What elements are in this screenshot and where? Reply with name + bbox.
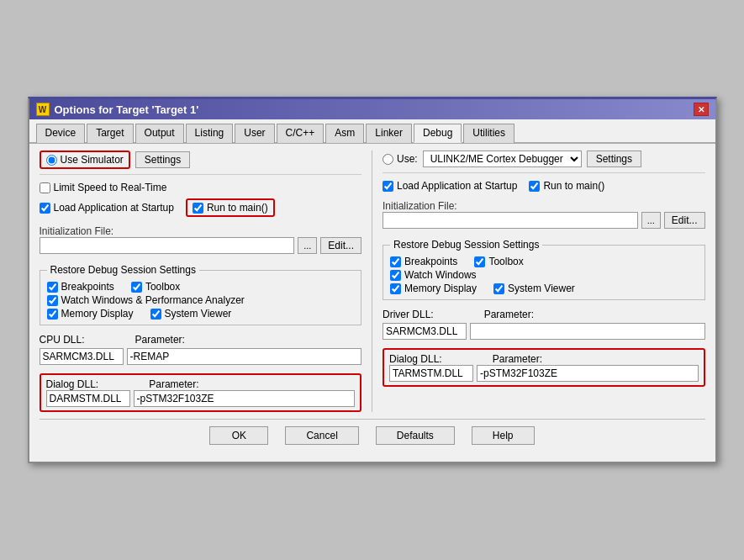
right-dialog-param-label: Parameter: — [493, 353, 542, 365]
use-simulator-label[interactable]: Use Simulator — [61, 154, 124, 166]
left-breakpoints-label[interactable]: Breakpoints — [47, 281, 114, 293]
right-init-file-label: Initialization File: — [383, 200, 705, 212]
left-restore-fieldset: Restore Debug Session Settings Breakpoin… — [40, 264, 362, 325]
left-watch-windows-label[interactable]: Watch Windows & Performance Analyzer — [47, 294, 245, 306]
tab-device[interactable]: Device — [36, 124, 86, 143]
tab-user[interactable]: User — [235, 124, 274, 143]
left-browse-button[interactable]: ... — [298, 237, 317, 254]
run-to-main-checkbox[interactable] — [193, 203, 203, 214]
load-app-checkbox[interactable] — [40, 203, 50, 214]
tab-linker[interactable]: Linker — [366, 124, 412, 143]
right-parameter-input[interactable] — [470, 323, 705, 340]
left-parameter-input[interactable] — [127, 348, 362, 365]
left-cpu-dll-input[interactable] — [40, 348, 124, 365]
right-memory-display-label[interactable]: Memory Display — [390, 283, 477, 294]
right-load-app-checkbox[interactable] — [383, 181, 393, 192]
left-restore-legend: Restore Debug Session Settings — [47, 264, 199, 276]
left-system-viewer-label[interactable]: System Viewer — [150, 308, 232, 320]
right-toolbox-label[interactable]: Toolbox — [474, 256, 523, 267]
left-toolbox-label[interactable]: Toolbox — [131, 281, 180, 293]
title-bar-left: W Options for Target 'Target 1' — [36, 103, 199, 116]
right-watch-windows-checkbox[interactable] — [390, 270, 401, 281]
right-system-viewer-checkbox[interactable] — [493, 283, 504, 294]
left-dialog-dll-section: Dialog DLL: Parameter: — [40, 373, 362, 412]
ok-button[interactable]: OK — [209, 426, 268, 445]
right-parameter-label: Parameter: — [484, 309, 534, 320]
left-edit-button[interactable]: Edit... — [320, 237, 361, 254]
right-breakpoints-label[interactable]: Breakpoints — [390, 256, 457, 267]
load-app-label[interactable]: Load Application at Startup — [40, 202, 174, 214]
dialog-body: Use Simulator Settings Limit Speed to Re… — [29, 144, 715, 462]
tab-debug[interactable]: Debug — [414, 124, 462, 143]
right-use-radio[interactable] — [383, 154, 393, 165]
right-memory-display-checkbox[interactable] — [390, 283, 401, 294]
run-to-main-label[interactable]: Run to main() — [207, 202, 268, 214]
left-settings-button[interactable]: Settings — [135, 151, 190, 168]
help-button[interactable]: Help — [472, 426, 535, 445]
left-toolbox-checkbox[interactable] — [131, 282, 142, 293]
right-toolbox-checkbox[interactable] — [474, 256, 485, 267]
use-simulator-radio[interactable] — [46, 155, 57, 166]
right-driver-dll-label: Driver DLL: — [383, 309, 434, 320]
cancel-button[interactable]: Cancel — [285, 426, 358, 445]
app-icon: W — [36, 103, 50, 116]
tab-asm[interactable]: Asm — [325, 124, 364, 143]
right-run-to-main-checkbox[interactable] — [529, 181, 540, 192]
right-dialog-param-input[interactable] — [477, 365, 699, 382]
limit-speed-label[interactable]: Limit Speed to Real-Time — [40, 182, 167, 193]
tab-target[interactable]: Target — [87, 124, 133, 143]
left-system-viewer-checkbox[interactable] — [150, 309, 161, 320]
right-top-row: Use: ULINK2/ME Cortex Debugger Settings — [383, 151, 705, 173]
right-dll-label-row: Driver DLL: Parameter: — [383, 309, 705, 320]
right-dialog-dll-input-row — [389, 365, 699, 382]
right-restore-fieldset: Restore Debug Session Settings Breakpoin… — [383, 239, 705, 300]
left-dialog-param-label: Parameter: — [149, 378, 198, 390]
defaults-button[interactable]: Defaults — [376, 426, 455, 445]
left-dialog-param-input[interactable] — [134, 390, 356, 407]
right-dialog-dll-input[interactable] — [389, 365, 473, 382]
right-check-row-2: Watch Windows — [390, 269, 698, 281]
right-restore-group: Restore Debug Session Settings Breakpoin… — [383, 239, 705, 300]
left-dll-input-row — [40, 348, 362, 365]
right-init-file-input[interactable] — [383, 212, 638, 229]
left-memory-display-label[interactable]: Memory Display — [47, 308, 134, 320]
close-button[interactable]: ✕ — [694, 103, 709, 116]
left-dialog-dll-label-row: Dialog DLL: Parameter: — [46, 378, 356, 390]
right-breakpoints-checkbox[interactable] — [390, 256, 401, 267]
right-load-app-label[interactable]: Load Application at Startup — [383, 180, 517, 192]
right-column: Use: ULINK2/ME Cortex Debugger Settings … — [383, 151, 705, 412]
tab-utilities[interactable]: Utilities — [463, 124, 514, 143]
left-cpu-dll-label: CPU DLL: — [40, 334, 85, 346]
left-top-row: Use Simulator Settings — [40, 151, 362, 175]
left-dialog-dll-label: Dialog DLL: — [46, 378, 99, 390]
left-breakpoints-checkbox[interactable] — [47, 282, 58, 293]
tab-listing[interactable]: Listing — [186, 124, 234, 143]
left-check-row-1: Breakpoints Toolbox — [47, 281, 355, 293]
limit-speed-checkbox[interactable] — [40, 182, 50, 193]
left-check-row-3: Memory Display System Viewer — [47, 308, 355, 320]
left-dialog-dll-input[interactable] — [46, 390, 130, 407]
right-driver-dll-input[interactable] — [383, 323, 467, 340]
debugger-select[interactable]: ULINK2/ME Cortex Debugger — [423, 151, 582, 167]
tab-output[interactable]: Output — [135, 124, 184, 143]
right-dialog-dll-section: Dialog DLL: Parameter: — [383, 348, 705, 387]
right-file-input-row: ... Edit... — [383, 212, 705, 229]
right-use-radio-label[interactable]: Use: — [383, 153, 418, 165]
right-browse-button[interactable]: ... — [641, 212, 661, 229]
tab-cpp[interactable]: C/C++ — [277, 124, 325, 143]
left-memory-display-checkbox[interactable] — [47, 309, 58, 320]
title-bar: W Options for Target 'Target 1' ✕ — [29, 99, 715, 119]
right-edit-button[interactable]: Edit... — [664, 212, 705, 229]
left-watch-windows-checkbox[interactable] — [47, 295, 58, 306]
right-dialog-dll-label-row: Dialog DLL: Parameter: — [389, 353, 699, 365]
left-dll-section: CPU DLL: Parameter: — [40, 334, 362, 365]
right-settings-button[interactable]: Settings — [587, 151, 641, 167]
right-watch-windows-label[interactable]: Watch Windows — [390, 269, 477, 281]
right-check-row-3: Memory Display System Viewer — [390, 283, 698, 294]
right-system-viewer-label[interactable]: System Viewer — [493, 283, 575, 294]
use-simulator-highlight: Use Simulator — [40, 151, 130, 169]
left-check-row-2: Watch Windows & Performance Analyzer — [47, 294, 355, 306]
right-run-to-main-label[interactable]: Run to main() — [529, 180, 604, 192]
left-init-file-input[interactable] — [40, 237, 295, 254]
left-parameter-label: Parameter: — [135, 334, 185, 346]
